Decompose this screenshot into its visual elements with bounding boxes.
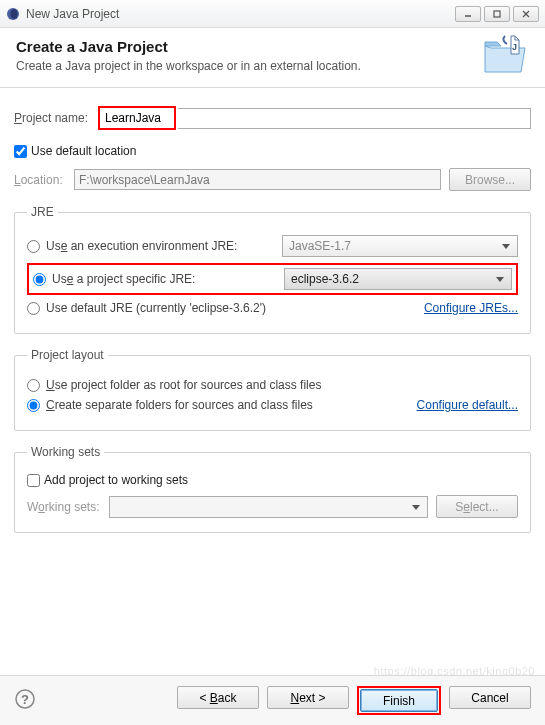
window-title: New Java Project [26,7,455,21]
working-sets-label: Working sets: [27,500,109,514]
layout-option-root: Use project folder as root for sources a… [27,378,518,392]
working-sets-row: Working sets: Select... [27,495,518,518]
use-default-location-checkbox[interactable] [14,145,27,158]
back-button[interactable]: < Back [177,686,259,709]
banner-title: Create a Java Project [16,38,529,55]
close-button[interactable] [513,6,539,22]
add-working-sets-label: Add project to working sets [44,473,188,487]
jre-option-project-specific: Use a project specific JRE: eclipse-3.6.… [27,263,518,295]
layout-option-separate: Create separate folders for sources and … [27,398,518,412]
cancel-button[interactable]: Cancel [449,686,531,709]
layout-label-root: Use project folder as root for sources a… [46,378,321,392]
project-name-input-ext[interactable] [178,108,531,129]
layout-radio-separate[interactable] [27,399,40,412]
wizard-button-bar: ? < Back Next > Finish Cancel [0,675,545,725]
jre-legend: JRE [27,205,58,219]
wizard-content: Project name: Use default location Locat… [0,88,545,541]
eclipse-icon [6,7,20,21]
jre-group: JRE Use an execution environment JRE: Ja… [14,205,531,334]
jre-option-exec-env: Use an execution environment JRE: JavaSE… [27,235,518,257]
folder-java-icon: J [481,34,529,79]
titlebar: New Java Project [0,0,545,28]
working-sets-legend: Working sets [27,445,104,459]
use-default-location-row: Use default location [14,144,531,158]
use-default-location-label: Use default location [31,144,136,158]
jre-radio-default[interactable] [27,302,40,315]
jre-label-exec-env: Use an execution environment JRE: [46,239,276,253]
project-layout-group: Project layout Use project folder as roo… [14,348,531,431]
jre-radio-exec-env[interactable] [27,240,40,253]
finish-button[interactable]: Finish [360,689,438,712]
working-sets-group: Working sets Add project to working sets… [14,445,531,533]
svg-rect-3 [494,11,500,17]
wizard-banner: Create a Java Project Create a Java proj… [0,28,545,87]
next-button[interactable]: Next > [267,686,349,709]
jre-label-project-specific: Use a project specific JRE: [52,272,278,286]
jre-radio-project-specific[interactable] [33,273,46,286]
configure-jres-link[interactable]: Configure JREs... [424,301,518,315]
project-name-row: Project name: [14,106,531,130]
project-name-label: Project name: [14,111,98,125]
location-row: Location: Browse... [14,168,531,191]
project-layout-legend: Project layout [27,348,108,362]
jre-exec-env-combo: JavaSE-1.7 [282,235,518,257]
add-working-sets-checkbox[interactable] [27,474,40,487]
location-input [74,169,441,190]
svg-text:?: ? [21,692,29,707]
jre-option-default: Use default JRE (currently 'eclipse-3.6.… [27,301,518,315]
maximize-button[interactable] [484,6,510,22]
project-name-input[interactable] [101,109,173,127]
working-sets-combo [109,496,428,518]
help-icon[interactable]: ? [14,688,36,713]
browse-button[interactable]: Browse... [449,168,531,191]
add-working-sets-row: Add project to working sets [27,473,518,487]
jre-label-default: Use default JRE (currently 'eclipse-3.6.… [46,301,266,315]
location-label: Location: [14,173,74,187]
svg-point-1 [11,9,18,19]
select-working-sets-button[interactable]: Select... [436,495,518,518]
jre-project-specific-combo[interactable]: eclipse-3.6.2 [284,268,512,290]
window-buttons [455,6,539,22]
svg-text:J: J [512,42,517,52]
banner-subtitle: Create a Java project in the workspace o… [16,59,529,73]
layout-label-separate: Create separate folders for sources and … [46,398,313,412]
configure-default-link[interactable]: Configure default... [417,398,518,412]
layout-radio-root[interactable] [27,379,40,392]
minimize-button[interactable] [455,6,481,22]
